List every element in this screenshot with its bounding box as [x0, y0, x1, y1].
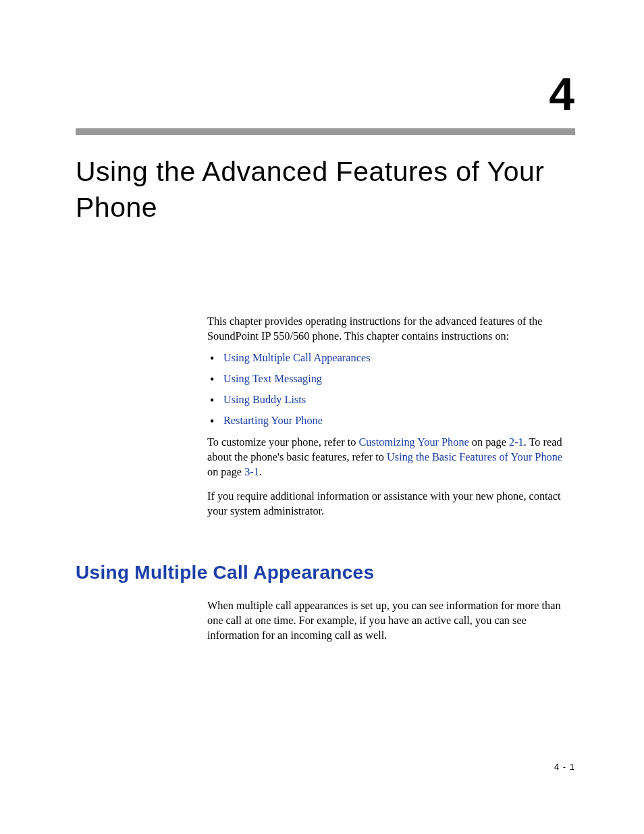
- list-item: Using Buddy Lists: [207, 392, 575, 407]
- page-number: 4 - 1: [554, 762, 575, 772]
- xref-link-customizing[interactable]: Customizing Your Phone: [358, 436, 468, 448]
- xref-link-buddy-lists[interactable]: Using Buddy Lists: [223, 393, 306, 406]
- chapter-number: 4: [76, 68, 575, 120]
- list-item: Using Text Messaging: [207, 371, 575, 386]
- list-item: Restarting Your Phone: [207, 413, 575, 428]
- list-item: Using Multiple Call Appearances: [207, 350, 575, 365]
- xref-link-restarting[interactable]: Restarting Your Phone: [223, 414, 323, 427]
- text-run: .: [259, 465, 262, 478]
- text-run: To customize your phone, refer to: [207, 436, 358, 448]
- assist-paragraph: If you require additional information or…: [207, 489, 575, 519]
- topics-list: Using Multiple Call Appearances Using Te…: [207, 350, 575, 428]
- customize-paragraph: To customize your phone, refer to Custom…: [207, 435, 575, 479]
- xref-page-3-1[interactable]: 3-1: [244, 465, 259, 478]
- section-heading: Using Multiple Call Appearances: [76, 562, 575, 583]
- section-body: When multiple call appearances is set up…: [207, 598, 575, 643]
- chapter-divider: [76, 128, 575, 135]
- intro-paragraph: This chapter provides operating instruct…: [207, 314, 575, 344]
- xref-link-text-messaging[interactable]: Using Text Messaging: [223, 372, 322, 385]
- xref-link-multiple-call[interactable]: Using Multiple Call Appearances: [223, 351, 371, 364]
- chapter-title: Using the Advanced Features of Your Phon…: [76, 154, 575, 226]
- xref-page-2-1[interactable]: 2-1: [509, 436, 524, 448]
- text-run: on page: [469, 436, 509, 448]
- text-run: on page: [207, 465, 244, 478]
- xref-link-basic-features[interactable]: Using the Basic Features of Your Phone: [387, 450, 562, 463]
